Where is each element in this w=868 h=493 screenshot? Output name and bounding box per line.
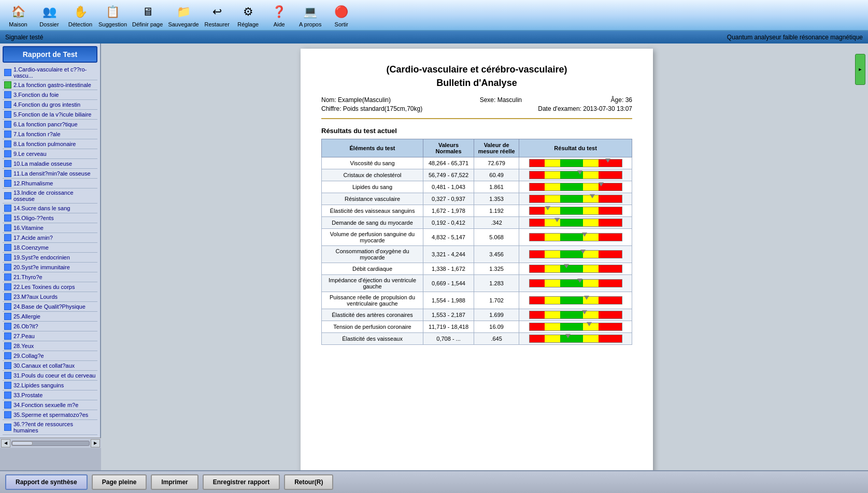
sidebar-item-30[interactable]: 30.Canaux et collat?aux (3, 361, 97, 371)
sidebar-item-6[interactable]: 6.La fonction pancr?tique (3, 120, 97, 129)
sidebar-item-17[interactable]: 17.Acide amin? (3, 233, 97, 243)
sidebar-item-24[interactable]: 24.Base de Qualit?Physique (3, 302, 97, 312)
sidebar-title: Rapport de Test (3, 46, 97, 63)
toolbar-item-a-propos[interactable]: 💻A propos (297, 3, 323, 27)
sidebar-icon-31 (4, 372, 11, 379)
toolbar-item-sauvegarde[interactable]: 📁Sauvegarde (168, 3, 198, 27)
bar-track-5 (529, 219, 622, 227)
cell-element-1: Cristaux de cholestérol (322, 169, 423, 181)
sidebar-label-28: 28.Yeux (13, 343, 34, 349)
bottom-btn-rapport-synthese[interactable]: Rapport de synthèse (5, 474, 88, 490)
cell-element-11: Élasticité des artères coronaires (322, 309, 423, 321)
bottom-btn-imprimer[interactable]: Imprimer (151, 474, 198, 490)
toolbar-label-suggestion: Suggestion (98, 21, 127, 27)
sidebar-item-28[interactable]: 28.Yeux (3, 341, 97, 351)
bar-track-8 (529, 265, 622, 273)
sidebar-item-9[interactable]: 9.Le cerveau (3, 149, 97, 159)
bottom-btn-enregistrer-rapport[interactable]: Enregistrer rapport (203, 474, 280, 490)
cell-value-8: 1.325 (474, 263, 519, 275)
sidebar-item-21[interactable]: 21.Thyro?e (3, 272, 97, 282)
sidebar-icon-21 (4, 273, 11, 281)
sidebar-item-25[interactable]: 25.Allergie (3, 312, 97, 322)
bar-container-7 (521, 250, 630, 258)
cell-normal-2: 0,481 - 1,043 (423, 181, 474, 193)
sidebar-icon-28 (4, 342, 11, 350)
sidebar-item-27[interactable]: 27.Peau (3, 331, 97, 341)
sidebar-label-9: 9.Le cerveau (13, 151, 47, 157)
cell-bar-7 (519, 246, 632, 263)
toolbar-item-definir-page[interactable]: 🖥Définir page (132, 3, 163, 27)
toolbar-item-aide[interactable]: ❓Aide (266, 3, 292, 27)
bar-yellow-right-8 (583, 265, 599, 272)
sidebar-item-14[interactable]: 14.Sucre dans le sang (3, 204, 97, 213)
sidebar-item-5[interactable]: 5.Fonction de la v?icule biliaire (3, 110, 97, 120)
sidebar-item-26[interactable]: 26.Ob?it? (3, 322, 97, 331)
bottom-btn-page-pleine[interactable]: Page pleine (92, 474, 147, 490)
sidebar-item-19[interactable]: 19.Syst?e endocrinien (3, 253, 97, 263)
sidebar-item-1[interactable]: 1.Cardio-vasculaire et c??ro-vascu... (3, 65, 97, 80)
sidebar-item-29[interactable]: 29.Collag?e (3, 351, 97, 361)
table-row: Élasticité des vaisseaux0,708 - ....645 (322, 333, 632, 345)
sidebar-item-16[interactable]: 16.Vitamine (3, 223, 97, 233)
bottom-btn-retour[interactable]: Retour(R) (284, 474, 333, 490)
right-panel-btn[interactable]: ► (855, 54, 865, 85)
bar-red-right-9 (599, 280, 622, 287)
sidebar-item-18[interactable]: 18.Coenzyme (3, 243, 97, 253)
table-header-row: Éléments du test Valeurs Normales Valeur… (322, 139, 632, 157)
sidebar-item-23[interactable]: 23.M?aux Lourds (3, 292, 97, 302)
scroll-right-btn[interactable]: ▶ (91, 439, 100, 447)
toolbar-item-dossier[interactable]: 👥Dossier (36, 3, 62, 27)
bar-indicator-5 (554, 218, 560, 228)
toolbar-item-sortir[interactable]: 🔴Sortir (329, 3, 354, 27)
sidebar-item-3[interactable]: 3.Fonction du foie (3, 90, 97, 100)
bar-green-5 (560, 219, 584, 226)
sidebar-item-2[interactable]: 2.La fonction gastro-intestinale (3, 80, 97, 90)
sidebar-icon-17 (4, 234, 11, 241)
sidebar-item-32[interactable]: 32.Lipides sanguins (3, 381, 97, 390)
toolbar-item-suggestion[interactable]: 📋Suggestion (98, 3, 127, 27)
sidebar-icon-1 (4, 69, 11, 76)
sidebar-item-10[interactable]: 10.La maladie osseuse (3, 159, 97, 169)
bar-green-4 (560, 207, 584, 214)
toolbar-item-maison[interactable]: 🏠Maison (5, 3, 31, 27)
nom-label: Nom: Example(Masculin) (321, 96, 391, 104)
sidebar-item-35[interactable]: 35.Sperme et spermatozo?es (3, 410, 97, 420)
sidebar-item-34[interactable]: 34.Fonction sexuelle m?e (3, 400, 97, 410)
bar-indicator-13 (565, 334, 571, 344)
scroll-track[interactable] (11, 441, 90, 446)
bar-track-4 (529, 207, 622, 215)
toolbar-label-a-propos: A propos (299, 21, 321, 27)
sidebar-item-8[interactable]: 8.La fonction pulmonaire (3, 139, 97, 149)
bar-container-13 (521, 335, 630, 343)
toolbar-item-reglage[interactable]: ⚙Réglage (235, 3, 261, 27)
sidebar-item-36[interactable]: 36.??ent de ressources humaines (3, 420, 97, 435)
sidebar-item-15[interactable]: 15.Oligo-??ents (3, 213, 97, 223)
bar-yellow-right-7 (583, 251, 599, 258)
scroll-left-btn[interactable]: ◀ (1, 439, 10, 447)
sidebar-item-13[interactable]: 13.Indice de croissance osseuse (3, 189, 97, 204)
scroll-thumb[interactable] (12, 441, 33, 445)
sidebar-item-11[interactable]: 11.La densit?min?ale osseuse (3, 169, 97, 179)
sidebar-item-7[interactable]: 7.La fonction r?ale (3, 129, 97, 139)
cell-element-6: Volume de perfusion sanguine du myocarde (322, 229, 423, 246)
sidebar-item-12[interactable]: 12.Rhumalisme (3, 179, 97, 189)
sidebar-item-20[interactable]: 20.Syst?e immunitaire (3, 263, 97, 272)
bar-arrow-0 (605, 158, 610, 163)
sidebar-scrollbar[interactable]: ◀ ▶ (0, 438, 101, 448)
toolbar-item-restaurer[interactable]: ↩Restaurer (204, 3, 230, 27)
toolbar-label-definir-page: Définir page (132, 21, 163, 27)
bar-red-left-5 (530, 219, 545, 226)
table-row: Volume de perfusion sanguine du myocarde… (322, 229, 632, 246)
age-label: Âge: 36 (611, 96, 632, 104)
sidebar-label-35: 35.Sperme et spermatozo?es (13, 412, 88, 418)
sidebar-item-31[interactable]: 31.Pouls du coeur et du cerveau (3, 371, 97, 381)
sidebar-item-33[interactable]: 33.Prostate (3, 390, 97, 400)
sidebar-item-4[interactable]: 4.Fonction du gros intestin (3, 100, 97, 110)
cell-element-8: Débit cardiaque (322, 263, 423, 275)
sidebar-item-22[interactable]: 22.Les Toxines du corps (3, 282, 97, 292)
bar-track-9 (529, 279, 622, 287)
sidebar-icon-35 (4, 411, 11, 418)
toolbar-item-detection[interactable]: ✋Détection (67, 3, 93, 27)
sidebar-icon-16 (4, 224, 11, 231)
report-info-row1: Nom: Example(Masculin) Sexe: Masculin Âg… (321, 96, 632, 104)
